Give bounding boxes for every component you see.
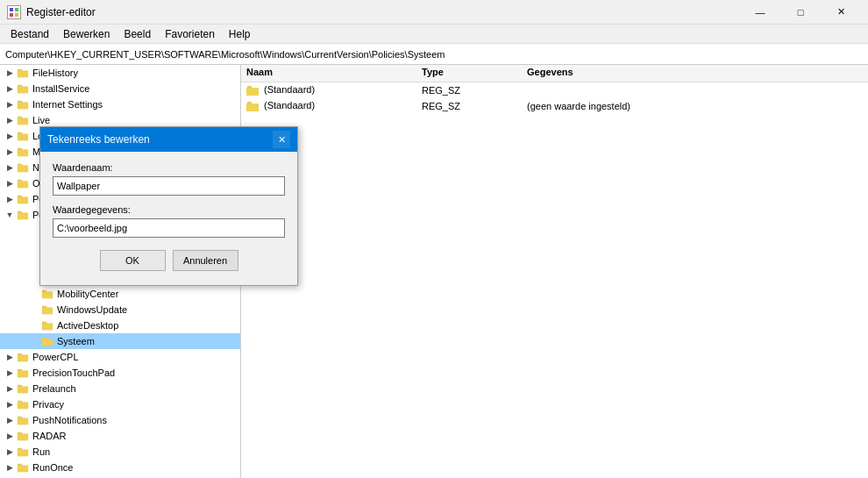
svg-rect-1 — [15, 8, 18, 11]
menu-bestand[interactable]: Bestand — [4, 25, 56, 44]
dialog-data-label: Waardegegevens: — [53, 204, 285, 215]
svg-rect-2 — [10, 13, 13, 17]
dialog-ok-button[interactable]: OK — [100, 250, 166, 271]
app-icon — [7, 5, 21, 19]
close-button[interactable]: ✕ — [821, 0, 861, 25]
dialog-overlay: Tekenreeks bewerken ✕ Waardenaam: Waarde… — [0, 65, 868, 478]
main-content: ▶ FileHistory▶ InstallService▶ Internet … — [0, 65, 868, 478]
menu-beeld[interactable]: Beeld — [117, 25, 158, 44]
minimize-button[interactable]: — — [740, 0, 780, 25]
maximize-button[interactable]: □ — [780, 0, 821, 25]
menu-bar: Bestand Bewerken Beeld Favorieten Help — [0, 25, 868, 44]
dialog-name-label: Waardenaam: — [53, 162, 285, 173]
dialog-title-bar: Tekenreeks bewerken ✕ — [40, 127, 297, 152]
dialog: Tekenreeks bewerken ✕ Waardenaam: Waarde… — [39, 126, 298, 286]
title-bar-left: Register-editor — [7, 5, 96, 19]
app-title: Register-editor — [26, 6, 96, 18]
address-path: Computer\HKEY_CURRENT_USER\SOFTWARE\Micr… — [5, 49, 445, 60]
title-bar: Register-editor — □ ✕ — [0, 0, 868, 25]
title-controls: — □ ✕ — [740, 0, 861, 25]
dialog-title: Tekenreeks bewerken — [47, 133, 150, 146]
dialog-cancel-button[interactable]: Annuleren — [173, 250, 238, 271]
dialog-name-input[interactable] — [53, 176, 285, 196]
dialog-body: Waardenaam: Waardegegevens: OK Annuleren — [40, 152, 297, 285]
svg-rect-0 — [10, 8, 13, 11]
dialog-data-input[interactable] — [53, 218, 285, 238]
svg-rect-3 — [15, 13, 18, 17]
address-bar: Computer\HKEY_CURRENT_USER\SOFTWARE\Micr… — [0, 44, 868, 65]
menu-help[interactable]: Help — [222, 25, 258, 44]
menu-favorieten[interactable]: Favorieten — [158, 25, 222, 44]
menu-bewerken[interactable]: Bewerken — [56, 25, 117, 44]
dialog-buttons: OK Annuleren — [53, 246, 285, 275]
dialog-close-button[interactable]: ✕ — [273, 131, 290, 148]
